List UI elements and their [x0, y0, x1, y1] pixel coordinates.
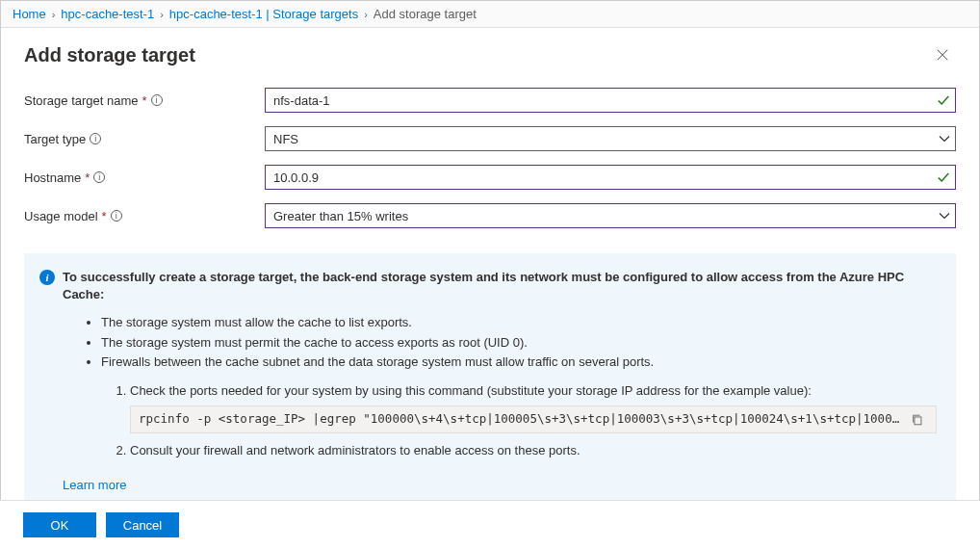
- chevron-right-icon: ›: [364, 9, 368, 20]
- info-bullet-list: The storage system must allow the cache …: [101, 313, 937, 371]
- info-step-list: Check the ports needed for your system b…: [130, 381, 937, 460]
- close-icon: [936, 48, 949, 62]
- row-storage-target-name: Storage target name * i: [24, 88, 956, 113]
- copy-icon: [911, 413, 924, 427]
- learn-more-link[interactable]: Learn more: [63, 478, 126, 492]
- svg-rect-0: [915, 417, 921, 425]
- info-heading: To successfully create a storage target,…: [63, 269, 937, 303]
- code-block: rpcinfo -p <storage_IP> |egrep "100000\s…: [130, 405, 937, 433]
- info-box: i To successfully create a storage targe…: [24, 253, 956, 508]
- form-body: Storage target name * i Target type i NF…: [1, 76, 979, 508]
- page-title: Add storage target: [24, 44, 195, 66]
- info-bullet: The storage system must allow the cache …: [101, 313, 937, 332]
- required-indicator: *: [85, 170, 90, 185]
- copy-button[interactable]: [907, 411, 928, 429]
- storage-target-name-input[interactable]: [265, 88, 956, 113]
- breadcrumb-link-home[interactable]: Home: [13, 7, 46, 21]
- code-text: rpcinfo -p <storage_IP> |egrep "100000\s…: [139, 410, 901, 429]
- info-step: Consult your firewall and network admini…: [130, 441, 937, 460]
- chevron-right-icon: ›: [52, 9, 56, 20]
- info-bullet: Firewalls between the cache subnet and t…: [101, 353, 937, 372]
- footer-bar: OK Cancel: [0, 500, 980, 549]
- info-bullet: The storage system must permit the cache…: [101, 333, 937, 353]
- row-target-type: Target type i NFS: [24, 126, 956, 151]
- info-icon[interactable]: i: [90, 133, 101, 144]
- close-button[interactable]: [929, 41, 956, 68]
- info-step: Check the ports needed for your system b…: [130, 381, 937, 433]
- breadcrumb: Home › hpc-cache-test-1 › hpc-cache-test…: [1, 1, 979, 28]
- chevron-right-icon: ›: [160, 9, 164, 20]
- breadcrumb-current: Add storage target: [374, 7, 477, 21]
- info-icon[interactable]: i: [93, 171, 105, 183]
- label-storage-target-name: Storage target name * i: [24, 93, 265, 108]
- cancel-button[interactable]: Cancel: [106, 512, 179, 537]
- label-hostname: Hostname * i: [24, 170, 265, 185]
- target-type-select[interactable]: NFS: [265, 126, 956, 151]
- row-hostname: Hostname * i: [24, 165, 956, 190]
- info-icon[interactable]: i: [111, 210, 122, 222]
- panel-header: Add storage target: [1, 28, 979, 76]
- usage-model-select[interactable]: Greater than 15% writes: [265, 203, 956, 228]
- label-target-type: Target type i: [24, 132, 265, 146]
- hostname-input[interactable]: [265, 165, 956, 190]
- breadcrumb-link-storage-targets[interactable]: hpc-cache-test-1 | Storage targets: [169, 7, 358, 21]
- info-icon[interactable]: i: [151, 94, 163, 106]
- required-indicator: *: [142, 93, 147, 108]
- row-usage-model: Usage model * i Greater than 15% writes: [24, 203, 956, 228]
- ok-button[interactable]: OK: [23, 512, 96, 537]
- info-circle-icon: i: [39, 270, 55, 285]
- required-indicator: *: [102, 209, 107, 223]
- breadcrumb-link-resource[interactable]: hpc-cache-test-1: [61, 7, 154, 21]
- label-usage-model: Usage model * i: [24, 209, 265, 223]
